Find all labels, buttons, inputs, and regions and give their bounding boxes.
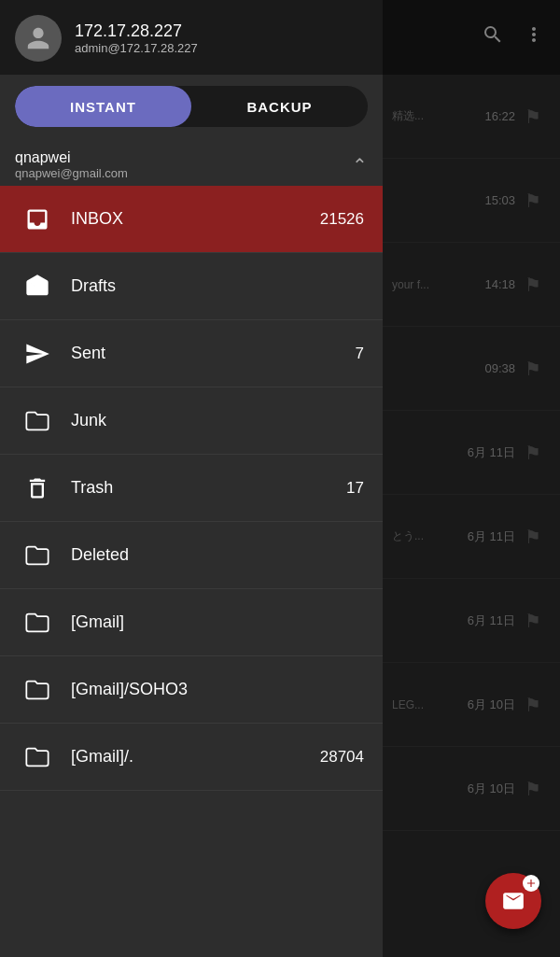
server-email: admin@172.17.28.227 — [75, 41, 198, 55]
folder-icon-deleted — [19, 542, 56, 569]
folder-icon-gmail — [19, 610, 56, 636]
folder-count-trash: 17 — [346, 479, 364, 498]
folder-icon-junk — [19, 408, 56, 434]
sync-mode-toggle[interactable]: INSTANT BACKUP — [15, 86, 368, 127]
folder-count-gmail-last: 28704 — [320, 748, 364, 767]
compose-fab-button[interactable] — [485, 873, 541, 929]
folder-count-sent: 7 — [356, 345, 364, 363]
folder-label-gmail: [Gmail] — [71, 612, 364, 632]
folder-list: INBOX 21526 Drafts Sent 7 — [0, 186, 383, 957]
compose-plus-badge — [523, 875, 539, 892]
navigation-drawer: 172.17.28.227 admin@172.17.28.227 INSTAN… — [0, 0, 383, 957]
account-row[interactable]: qnapwei qnapwei@gmail.com ⌃ — [0, 138, 383, 186]
folder-label-drafts: Drafts — [71, 276, 364, 296]
trash-icon — [19, 475, 56, 501]
folder-item-gmail[interactable]: [Gmail] — [0, 589, 383, 656]
folder-label-sent: Sent — [71, 344, 356, 363]
backup-toggle-button[interactable]: BACKUP — [191, 86, 368, 127]
folder-label-trash: Trash — [71, 478, 346, 498]
server-ip: 172.17.28.227 — [75, 21, 198, 41]
account-email: qnapwei@gmail.com — [15, 166, 128, 180]
folder-item-sent[interactable]: Sent 7 — [0, 320, 383, 387]
folder-item-deleted[interactable]: Deleted — [0, 522, 383, 589]
avatar[interactable] — [15, 15, 62, 62]
folder-item-junk[interactable]: Junk — [0, 387, 383, 455]
account-info: qnapwei qnapwei@gmail.com — [15, 149, 128, 180]
chevron-up-icon[interactable]: ⌃ — [352, 154, 368, 176]
folder-item-drafts[interactable]: Drafts — [0, 253, 383, 320]
folder-item-inbox[interactable]: INBOX 21526 — [0, 186, 383, 253]
folder-label-junk: Junk — [71, 411, 364, 430]
drawer-header-info: 172.17.28.227 admin@172.17.28.227 — [75, 21, 198, 55]
folder-icon-gmail-soho3 — [19, 677, 56, 703]
drafts-icon — [19, 274, 56, 300]
drawer-header: 172.17.28.227 admin@172.17.28.227 — [0, 0, 383, 75]
folder-item-trash[interactable]: Trash 17 — [0, 455, 383, 522]
folder-item-gmail-last[interactable]: [Gmail]/. 28704 — [0, 724, 383, 791]
sent-icon — [19, 341, 56, 367]
account-name: qnapwei — [15, 149, 128, 166]
instant-toggle-button[interactable]: INSTANT — [15, 86, 191, 127]
inbox-icon — [19, 206, 56, 232]
folder-count-inbox: 21526 — [320, 210, 364, 229]
folder-item-gmail-soho3[interactable]: [Gmail]/SOHO3 — [0, 656, 383, 724]
folder-label-deleted: Deleted — [71, 545, 364, 565]
folder-label-inbox: INBOX — [71, 209, 320, 229]
folder-label-gmail-soho3: [Gmail]/SOHO3 — [71, 680, 364, 699]
folder-label-gmail-last: [Gmail]/. — [71, 747, 320, 767]
folder-icon-gmail-last — [19, 744, 56, 770]
